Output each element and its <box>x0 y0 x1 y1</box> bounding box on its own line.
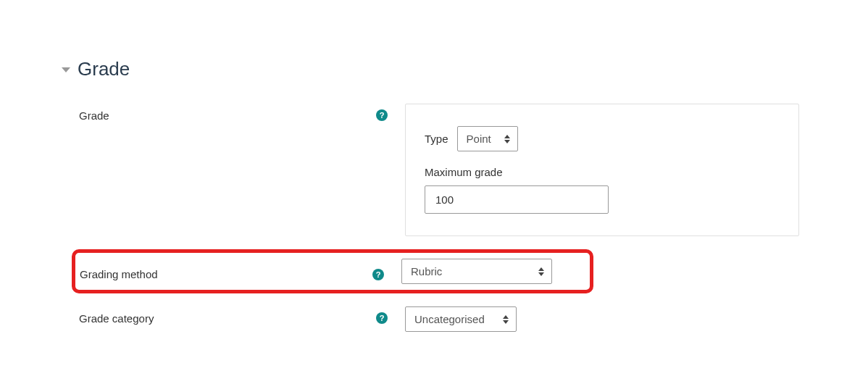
form-row-grade: Grade ? Type Point Maximum grade <box>79 104 806 236</box>
max-grade-input[interactable] <box>425 185 609 214</box>
max-grade-label: Maximum grade <box>425 166 771 178</box>
grade-type-value: Point <box>467 133 491 145</box>
highlight-grading-method: Grading method ? Rubric <box>72 249 593 293</box>
section-title: Grade <box>78 58 130 80</box>
grading-method-select[interactable]: Rubric <box>401 259 552 284</box>
form-row-grade-category: Grade category ? Uncategorised <box>79 306 806 332</box>
grading-method-label: Grading method <box>80 268 158 280</box>
grade-type-label: Type <box>425 133 448 145</box>
grade-panel: Type Point Maximum grade <box>405 104 799 236</box>
caret-down-icon <box>62 67 70 72</box>
help-icon[interactable]: ? <box>376 312 388 324</box>
grade-category-value: Uncategorised <box>414 313 485 325</box>
grade-label: Grade <box>79 109 109 122</box>
grading-method-value: Rubric <box>411 265 442 277</box>
section-header-grade[interactable]: Grade <box>62 58 806 80</box>
help-icon[interactable]: ? <box>372 269 384 280</box>
grade-type-select[interactable]: Point <box>457 126 518 151</box>
sort-icon <box>503 315 509 324</box>
grade-category-label: Grade category <box>79 312 154 325</box>
help-icon[interactable]: ? <box>376 109 388 121</box>
grade-category-select[interactable]: Uncategorised <box>405 306 517 332</box>
sort-icon <box>538 267 544 276</box>
sort-icon <box>504 135 510 143</box>
